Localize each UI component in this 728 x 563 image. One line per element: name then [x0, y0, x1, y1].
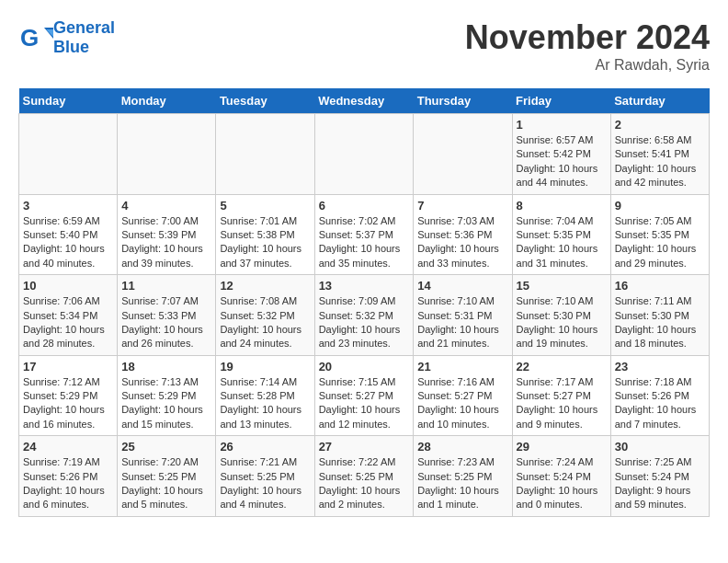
header-row: SundayMondayTuesdayWednesdayThursdayFrid… — [19, 88, 710, 114]
calendar-week-row: 17Sunrise: 7:12 AM Sunset: 5:29 PM Dayli… — [19, 355, 710, 436]
day-number: 7 — [417, 199, 507, 213]
day-info: Sunrise: 7:05 AM Sunset: 5:35 PM Dayligh… — [615, 214, 705, 271]
weekday-header-sunday: Sunday — [19, 88, 118, 114]
day-number: 4 — [121, 199, 211, 213]
day-number: 24 — [23, 440, 113, 454]
day-number: 18 — [121, 360, 211, 373]
weekday-header-wednesday: Wednesday — [314, 88, 414, 114]
calendar-cell: 6Sunrise: 7:02 AM Sunset: 5:37 PM Daylig… — [314, 194, 414, 275]
calendar-cell: 25Sunrise: 7:20 AM Sunset: 5:25 PM Dayli… — [118, 436, 216, 517]
calendar-body: 1Sunrise: 6:57 AM Sunset: 5:42 PM Daylig… — [19, 114, 710, 517]
location-label: Ar Rawdah, Syria — [465, 57, 710, 74]
calendar-cell: 10Sunrise: 7:06 AM Sunset: 5:34 PM Dayli… — [19, 275, 118, 356]
calendar-cell: 27Sunrise: 7:22 AM Sunset: 5:25 PM Dayli… — [314, 436, 414, 517]
calendar-cell — [118, 114, 216, 195]
day-number: 28 — [417, 440, 507, 454]
svg-marker-2 — [46, 29, 53, 37]
calendar-cell: 22Sunrise: 7:17 AM Sunset: 5:27 PM Dayli… — [512, 355, 610, 436]
calendar-cell: 26Sunrise: 7:21 AM Sunset: 5:25 PM Dayli… — [216, 436, 314, 517]
calendar-week-row: 3Sunrise: 6:59 AM Sunset: 5:40 PM Daylig… — [19, 194, 710, 275]
day-number: 22 — [517, 360, 607, 373]
day-info: Sunrise: 6:57 AM Sunset: 5:42 PM Dayligh… — [517, 133, 607, 190]
day-info: Sunrise: 7:08 AM Sunset: 5:32 PM Dayligh… — [220, 294, 310, 351]
day-info: Sunrise: 7:20 AM Sunset: 5:25 PM Dayligh… — [121, 455, 211, 512]
day-info: Sunrise: 7:18 AM Sunset: 5:26 PM Dayligh… — [615, 375, 705, 432]
day-info: Sunrise: 7:15 AM Sunset: 5:27 PM Dayligh… — [319, 375, 410, 432]
day-number: 27 — [319, 440, 410, 454]
month-year-title: November 2024 — [465, 18, 710, 57]
day-number: 13 — [319, 279, 410, 293]
day-number: 6 — [319, 199, 410, 213]
calendar-cell: 28Sunrise: 7:23 AM Sunset: 5:25 PM Dayli… — [414, 436, 512, 517]
day-number: 29 — [517, 440, 607, 454]
weekday-header-saturday: Saturday — [610, 88, 709, 114]
day-info: Sunrise: 7:11 AM Sunset: 5:30 PM Dayligh… — [615, 294, 705, 351]
calendar-cell: 1Sunrise: 6:57 AM Sunset: 5:42 PM Daylig… — [512, 114, 610, 195]
calendar-cell: 12Sunrise: 7:08 AM Sunset: 5:32 PM Dayli… — [216, 275, 314, 356]
calendar-cell: 4Sunrise: 7:00 AM Sunset: 5:39 PM Daylig… — [118, 194, 216, 275]
calendar-week-row: 24Sunrise: 7:19 AM Sunset: 5:26 PM Dayli… — [19, 436, 710, 517]
calendar-cell: 24Sunrise: 7:19 AM Sunset: 5:26 PM Dayli… — [19, 436, 118, 517]
day-info: Sunrise: 7:04 AM Sunset: 5:35 PM Dayligh… — [517, 214, 607, 271]
day-info: Sunrise: 7:03 AM Sunset: 5:36 PM Dayligh… — [417, 214, 507, 271]
day-info: Sunrise: 7:14 AM Sunset: 5:28 PM Dayligh… — [220, 375, 310, 432]
calendar-cell: 14Sunrise: 7:10 AM Sunset: 5:31 PM Dayli… — [414, 275, 512, 356]
calendar-week-row: 10Sunrise: 7:06 AM Sunset: 5:34 PM Dayli… — [19, 275, 710, 356]
day-number: 26 — [220, 440, 310, 454]
day-info: Sunrise: 6:58 AM Sunset: 5:41 PM Dayligh… — [615, 133, 705, 190]
day-number: 20 — [319, 360, 410, 373]
day-number: 17 — [23, 360, 113, 373]
day-number: 19 — [220, 360, 310, 373]
calendar-table: SundayMondayTuesdayWednesdayThursdayFrid… — [18, 88, 710, 517]
calendar-cell: 19Sunrise: 7:14 AM Sunset: 5:28 PM Dayli… — [216, 355, 314, 436]
day-info: Sunrise: 7:09 AM Sunset: 5:32 PM Dayligh… — [319, 294, 410, 351]
day-number: 3 — [23, 199, 113, 213]
day-number: 5 — [220, 199, 310, 213]
day-number: 12 — [220, 279, 310, 293]
day-info: Sunrise: 7:06 AM Sunset: 5:34 PM Dayligh… — [23, 294, 113, 351]
calendar-cell: 16Sunrise: 7:11 AM Sunset: 5:30 PM Dayli… — [610, 275, 709, 356]
day-info: Sunrise: 7:02 AM Sunset: 5:37 PM Dayligh… — [319, 214, 410, 271]
day-info: Sunrise: 7:16 AM Sunset: 5:27 PM Dayligh… — [417, 375, 507, 432]
logo: G General Blue — [18, 18, 115, 56]
day-info: Sunrise: 7:00 AM Sunset: 5:39 PM Dayligh… — [121, 214, 211, 271]
day-number: 2 — [615, 118, 705, 132]
day-number: 14 — [417, 279, 507, 293]
day-number: 30 — [615, 440, 705, 454]
day-number: 9 — [615, 199, 705, 213]
day-info: Sunrise: 7:07 AM Sunset: 5:33 PM Dayligh… — [121, 294, 211, 351]
day-info: Sunrise: 7:23 AM Sunset: 5:25 PM Dayligh… — [417, 455, 507, 512]
logo-text-blue: Blue — [53, 38, 115, 57]
day-number: 1 — [517, 118, 607, 132]
day-info: Sunrise: 7:01 AM Sunset: 5:38 PM Dayligh… — [220, 214, 310, 271]
weekday-header-monday: Monday — [118, 88, 216, 114]
day-number: 23 — [615, 360, 705, 373]
calendar-cell: 8Sunrise: 7:04 AM Sunset: 5:35 PM Daylig… — [512, 194, 610, 275]
calendar-cell: 7Sunrise: 7:03 AM Sunset: 5:36 PM Daylig… — [414, 194, 512, 275]
calendar-cell: 30Sunrise: 7:25 AM Sunset: 5:24 PM Dayli… — [610, 436, 709, 517]
logo-icon: G — [18, 20, 53, 55]
calendar-cell: 5Sunrise: 7:01 AM Sunset: 5:38 PM Daylig… — [216, 194, 314, 275]
svg-text:G: G — [20, 24, 39, 52]
calendar-cell — [314, 114, 414, 195]
day-info: Sunrise: 7:12 AM Sunset: 5:29 PM Dayligh… — [23, 375, 113, 432]
calendar-cell: 21Sunrise: 7:16 AM Sunset: 5:27 PM Dayli… — [414, 355, 512, 436]
day-info: Sunrise: 7:10 AM Sunset: 5:30 PM Dayligh… — [517, 294, 607, 351]
calendar-cell: 20Sunrise: 7:15 AM Sunset: 5:27 PM Dayli… — [314, 355, 414, 436]
day-number: 25 — [121, 440, 211, 454]
day-number: 11 — [121, 279, 211, 293]
weekday-header-tuesday: Tuesday — [216, 88, 314, 114]
calendar-cell: 9Sunrise: 7:05 AM Sunset: 5:35 PM Daylig… — [610, 194, 709, 275]
day-info: Sunrise: 7:25 AM Sunset: 5:24 PM Dayligh… — [615, 455, 705, 512]
calendar-cell: 2Sunrise: 6:58 AM Sunset: 5:41 PM Daylig… — [610, 114, 709, 195]
page-header: G General Blue November 2024 Ar Rawdah, … — [18, 18, 710, 74]
day-number: 8 — [517, 199, 607, 213]
calendar-cell: 3Sunrise: 6:59 AM Sunset: 5:40 PM Daylig… — [19, 194, 118, 275]
calendar-cell: 17Sunrise: 7:12 AM Sunset: 5:29 PM Dayli… — [19, 355, 118, 436]
day-info: Sunrise: 7:13 AM Sunset: 5:29 PM Dayligh… — [121, 375, 211, 432]
day-info: Sunrise: 7:19 AM Sunset: 5:26 PM Dayligh… — [23, 455, 113, 512]
weekday-header-friday: Friday — [512, 88, 610, 114]
weekday-header-thursday: Thursday — [414, 88, 512, 114]
title-block: November 2024 Ar Rawdah, Syria — [465, 18, 710, 74]
calendar-week-row: 1Sunrise: 6:57 AM Sunset: 5:42 PM Daylig… — [19, 114, 710, 195]
